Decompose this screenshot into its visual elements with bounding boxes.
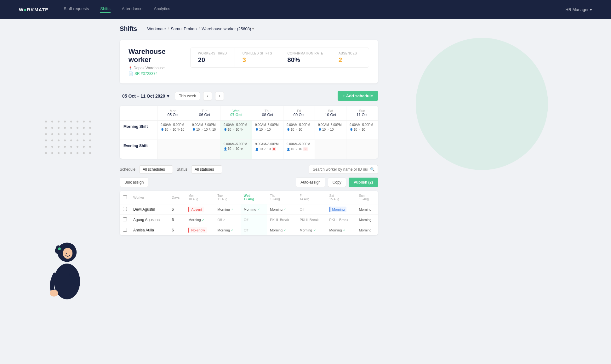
row2-sat[interactable]: PKHL Break — [326, 215, 356, 225]
row2-thu[interactable]: PKHL Break — [267, 215, 296, 225]
evening-fri[interactable]: 9.00AM–5.00PM 👤 10 ✓ 10 0 — [283, 140, 315, 159]
status-filter-select[interactable]: All statuses — [191, 165, 222, 173]
row2-fri[interactable]: PKHL Break — [296, 215, 326, 225]
evening-shift-row: Evening Shift 9.00AM–5.00PM 👤 10 ✓ 10 ↻ … — [120, 140, 378, 159]
schedule-filter-select[interactable]: All schedules — [139, 165, 173, 173]
morning-fri[interactable]: 9.00AM–5.00PM 👤 10 ✓ 10 — [283, 121, 315, 139]
morning-wed[interactable]: 9.00AM–5.00PM 👤 10 ✓ 10 ↻ — [220, 121, 252, 139]
absences-value: 2 — [339, 56, 361, 64]
brand-logo[interactable]: W●RKMATE — [19, 7, 49, 12]
illustration — [19, 237, 94, 314]
this-week-button[interactable]: This week — [175, 92, 200, 100]
breadcrumb-workmate[interactable]: Workmate — [147, 26, 166, 31]
row3-worker: Annisa Aulia — [130, 225, 168, 236]
row3-checkbox[interactable] — [123, 228, 127, 232]
row2-check[interactable] — [120, 215, 130, 225]
breadcrumb-sep-2: / — [199, 26, 200, 31]
workers-hired-value: 20 — [198, 56, 227, 64]
add-schedule-button[interactable]: + Add schedule — [338, 91, 378, 101]
nav-attendance[interactable]: Attendance — [122, 6, 143, 13]
svg-point-3 — [58, 247, 61, 250]
main-content: Shifts Workmate / Samut Prakan / Warehou… — [120, 25, 378, 235]
row1-checkbox[interactable] — [123, 207, 127, 211]
col-checkbox — [120, 191, 130, 204]
row3-thu[interactable]: Morning ✓ — [267, 225, 296, 236]
prev-week-button[interactable]: ‹ — [203, 92, 212, 100]
action-row: Bulk assign Auto-assign Copy Publish (2) — [120, 178, 378, 187]
document-icon: 📄 — [128, 71, 133, 76]
worker-location: 📍 Depok Warehouse — [128, 66, 190, 70]
row1-fri[interactable]: Off — [296, 204, 326, 215]
worker-sr-link[interactable]: 📄 SR #3728374 — [128, 71, 190, 76]
confirmation-value: 80% — [288, 56, 323, 64]
morning-thu[interactable]: 9.00AM–5.00PM 👤 10 ✓ 10 — [252, 121, 283, 139]
row1-check[interactable] — [120, 204, 130, 215]
row3-sat[interactable]: Morning ✓ — [326, 225, 356, 236]
auto-assign-button[interactable]: Auto-assign — [296, 178, 325, 187]
col-fri: Fri 14 Aug — [296, 191, 326, 204]
worker-table-head: Worker Days Mon 10 Aug Tue 11 Aug Wed 12… — [120, 191, 378, 204]
next-week-button[interactable]: › — [215, 92, 224, 100]
morning-shift-label: Morning Shift — [120, 121, 157, 139]
date-range-button[interactable]: 05 Oct – 11 Oct 2020 ▾ — [120, 92, 172, 100]
publish-button[interactable]: Publish (2) — [349, 178, 378, 187]
row3-sun[interactable]: Morning — [356, 225, 378, 236]
col-sat: Sat 15 Aug — [326, 191, 356, 204]
morning-sat[interactable]: 9.00AM–5.00PM 👤 10 ✓ 10 — [315, 121, 346, 139]
row2-days: 6 — [168, 215, 185, 225]
user-menu[interactable]: HR Manager ▾ — [565, 7, 592, 12]
nav-staff-requests[interactable]: Staff requests — [64, 6, 89, 13]
col-mon: Mon 10 Aug — [185, 191, 214, 204]
search-wrapper: 🔍 — [309, 165, 378, 174]
row1-sat[interactable]: Morning — [326, 204, 356, 215]
bulk-assign-button[interactable]: Bulk assign — [120, 178, 148, 187]
row2-sun[interactable]: Morning — [356, 215, 378, 225]
breadcrumb-sep-1: / — [168, 26, 169, 31]
row2-mon[interactable]: Morning ✓ — [185, 215, 214, 225]
stat-workers-hired: WORKERS HIRED 20 — [191, 48, 235, 67]
copy-button[interactable]: Copy — [328, 178, 346, 187]
evening-wed[interactable]: 9.00AM–5.00PM 👤 10 ✓ 10 ↻ — [220, 140, 252, 159]
table-row: Agung Agustina 6 Morning ✓ Off ✓ Off PKH… — [120, 215, 378, 225]
chevron-down-icon: ▾ — [167, 94, 169, 99]
breadcrumb-samut[interactable]: Samut Prakan — [171, 26, 197, 31]
search-input[interactable] — [309, 165, 378, 174]
row3-mon[interactable]: No-show — [185, 225, 214, 236]
morning-mon[interactable]: 9.00AM–5.00PM 👤 10 ✓ 10 ↻ 10 — [157, 121, 189, 139]
morning-sun[interactable]: 9.00AM–5.00PM 👤 10 ✓ 10 — [346, 121, 378, 139]
row3-check[interactable] — [120, 225, 130, 236]
row3-wed[interactable]: Off — [241, 225, 267, 236]
row2-wed[interactable]: Off — [241, 215, 267, 225]
row1-thu[interactable]: Morning ✓ — [267, 204, 296, 215]
row1-wed[interactable]: Morning ✓ — [241, 204, 267, 215]
nav-items: Staff requests Shifts Attendance Analyti… — [64, 6, 565, 13]
row3-tue[interactable]: Morning ✓ — [214, 225, 241, 236]
select-all-checkbox[interactable] — [123, 195, 127, 199]
row3-fri[interactable]: Morning ✓ — [296, 225, 326, 236]
row2-checkbox[interactable] — [123, 217, 127, 221]
stat-confirmation: CONFIRMATION RATE 80% — [280, 48, 331, 67]
row1-tue[interactable]: Morning ✓ — [214, 204, 241, 215]
worker-name: Warehouse worker — [128, 48, 190, 64]
status-filter-label: Status — [177, 167, 187, 172]
morning-tue[interactable]: 9.00AM–5.00PM 👤 10 ✓ 10 ↻ 10 — [189, 121, 220, 139]
schedule-grid: Mon 05 Oct Tue 06 Oct Wed 07 Oct Thu 08 … — [120, 106, 378, 159]
header-tue: Tue 06 Oct — [189, 106, 220, 120]
evening-thu[interactable]: 9.00AM–5.00PM 👤 10 ✓ 10 0 — [252, 140, 283, 159]
header-fri: Fri 09 Oct — [283, 106, 315, 120]
location-icon: 📍 — [128, 66, 132, 70]
breadcrumb: Workmate / Samut Prakan / Warehouse work… — [147, 26, 254, 31]
search-icon: 🔍 — [370, 167, 375, 172]
nav-shifts[interactable]: Shifts — [100, 6, 111, 13]
row2-tue[interactable]: Off ✓ — [214, 215, 241, 225]
chevron-down-icon: ▾ — [252, 27, 254, 31]
row1-sun[interactable]: Morning — [356, 204, 378, 215]
header-sun: Sun 11 Oct — [346, 106, 378, 120]
svg-rect-8 — [53, 290, 55, 294]
header-thu: Thu 08 Oct — [252, 106, 283, 120]
worker-table-wrapper: Worker Days Mon 10 Aug Tue 11 Aug Wed 12… — [120, 191, 378, 235]
worker-table: Worker Days Mon 10 Aug Tue 11 Aug Wed 12… — [120, 191, 378, 235]
breadcrumb-current[interactable]: Warehouse worker (25608) ▾ — [202, 26, 254, 31]
row1-mon[interactable]: Absent — [185, 204, 214, 215]
nav-analytics[interactable]: Analytics — [154, 6, 170, 13]
